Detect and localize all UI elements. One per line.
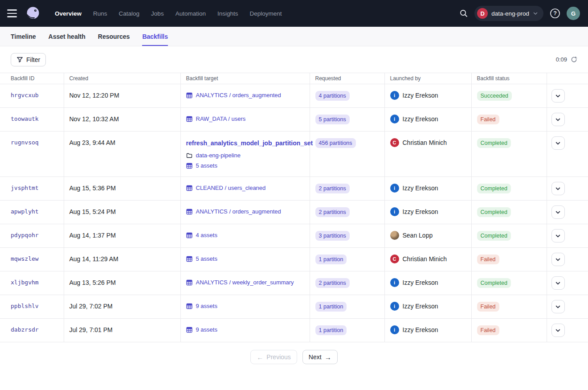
asset-table-icon: [186, 303, 192, 309]
target-link[interactable]: data-eng-pipeline: [196, 152, 241, 160]
row-actions-button[interactable]: [551, 253, 565, 266]
help-icon[interactable]: ?: [550, 8, 560, 19]
target-link[interactable]: 9 assets: [196, 326, 217, 334]
tab-backfills[interactable]: Backfills: [142, 27, 168, 46]
backfill-id-link[interactable]: hrgvcxub: [11, 92, 39, 99]
asset-table-icon: [186, 92, 192, 99]
previous-label: Previous: [266, 353, 290, 361]
backfill-id-link[interactable]: dabzrsdr: [11, 326, 39, 333]
nav-item-runs[interactable]: Runs: [88, 7, 112, 21]
created-timestamp: Aug 14, 1:37 PM: [69, 232, 116, 239]
chevron-down-icon: [555, 140, 561, 146]
nav-item-deployment[interactable]: Deployment: [245, 7, 286, 21]
row-actions-button[interactable]: [551, 324, 565, 337]
row-actions-button[interactable]: [551, 300, 565, 313]
backfill-status-badge: Failed: [477, 115, 499, 124]
tab-asset-health[interactable]: Asset health: [49, 27, 86, 46]
nav-item-catalog[interactable]: Catalog: [114, 7, 145, 21]
backfill-id-link[interactable]: apwplyht: [11, 208, 39, 215]
target-link[interactable]: 5 assets: [196, 255, 217, 263]
pagination: ← Previous Next →: [0, 350, 588, 364]
chevron-down-icon: [555, 93, 561, 99]
nav-item-jobs[interactable]: Jobs: [146, 7, 169, 21]
target-link[interactable]: ANALYTICS / weekly_order_summary: [196, 279, 294, 287]
row-actions-button[interactable]: [551, 113, 565, 126]
row-actions-button[interactable]: [551, 182, 565, 195]
folder-icon: [186, 152, 192, 159]
tab-timeline[interactable]: Timeline: [11, 27, 36, 46]
created-timestamp: Nov 12, 10:32 AM: [69, 115, 119, 123]
refresh-countdown: 0:09: [556, 56, 567, 63]
target-link[interactable]: RAW_DATA / users: [196, 115, 246, 123]
backfill-id-link[interactable]: pdypqohr: [11, 232, 39, 238]
chevron-down-icon: [555, 186, 561, 192]
filter-button[interactable]: Filter: [11, 53, 46, 66]
deployment-switcher[interactable]: D data-eng-prod: [474, 6, 543, 21]
backfill-status-badge: Completed: [477, 231, 511, 241]
backfill-status-badge: Completed: [477, 278, 511, 288]
launched-by-name: Izzy Erekson: [403, 325, 438, 334]
chevron-down-icon: [555, 280, 561, 286]
row-actions-button[interactable]: [551, 229, 565, 242]
next-label: Next: [309, 353, 322, 361]
target-link[interactable]: refresh_analytics_model_job_partition_se…: [186, 139, 313, 148]
backfill-id-link[interactable]: rugnvsoq: [11, 139, 39, 146]
target-link[interactable]: ANALYTICS / orders_augmented: [196, 208, 281, 216]
backfill-target-cell: ANALYTICS / weekly_order_summary: [180, 271, 310, 295]
svg-text:?: ?: [553, 10, 557, 16]
asset-table-icon: [186, 256, 192, 262]
launched-by-avatar: i: [390, 184, 399, 193]
launched-by-avatar: i: [390, 278, 399, 287]
backfill-id-link[interactable]: xljbgvhm: [11, 279, 39, 286]
nav-item-overview[interactable]: Overview: [50, 7, 86, 21]
backfill-id-link[interactable]: jvsphtmt: [11, 185, 39, 191]
row-actions-button[interactable]: [551, 136, 565, 150]
launched-by-avatar: C: [390, 138, 399, 147]
dagster-octopus-icon: [24, 5, 41, 22]
created-timestamp: Jul 29, 7:02 PM: [69, 303, 113, 310]
backfill-id-link[interactable]: toowautk: [11, 115, 39, 122]
chevron-down-icon: [555, 257, 561, 263]
nav-item-automation[interactable]: Automation: [171, 7, 211, 21]
chevron-down-icon: [555, 209, 561, 215]
chevron-down-icon: [555, 117, 561, 123]
search-icon[interactable]: [459, 9, 468, 18]
target-link[interactable]: ANALYTICS / orders_augmented: [196, 91, 281, 99]
table-row: xljbgvhm Aug 13, 5:26 PM ANALYTICS / wee…: [0, 271, 588, 295]
target-link[interactable]: CLEANED / users_cleaned: [196, 184, 266, 192]
requested-badge: 2 partitions: [315, 207, 350, 217]
launched-by-avatar: [390, 231, 399, 240]
menu-hamburger-icon[interactable]: [7, 7, 20, 20]
table-row: pdypqohr Aug 14, 1:37 PM 4 assets 3 part…: [0, 224, 588, 248]
table-row: toowautk Nov 12, 10:32 AM RAW_DATA / use…: [0, 108, 588, 131]
target-link[interactable]: 9 assets: [196, 302, 217, 310]
refresh-icon[interactable]: [571, 56, 577, 63]
backfill-id-link[interactable]: mqwszlew: [11, 255, 39, 262]
row-actions-button[interactable]: [551, 276, 565, 290]
row-actions-button[interactable]: [551, 205, 565, 219]
next-page-button[interactable]: Next →: [302, 350, 338, 364]
requested-badge: 3 partitions: [315, 231, 350, 241]
table-row: apwplyht Aug 15, 5:24 PM ANALYTICS / ord…: [0, 201, 588, 224]
backfill-id-link[interactable]: ppblshlv: [11, 303, 39, 309]
previous-page-button[interactable]: ← Previous: [250, 350, 297, 364]
launched-by-avatar: i: [390, 115, 399, 123]
target-link[interactable]: 4 assets: [196, 231, 217, 239]
target-link[interactable]: 5 assets: [196, 162, 217, 170]
chevron-down-icon: [555, 304, 561, 310]
backfill-target-cell: 4 assets: [180, 224, 310, 248]
asset-table-icon: [186, 185, 192, 191]
launched-by-name: Izzy Erekson: [403, 278, 438, 287]
dagster-logo[interactable]: [23, 4, 43, 23]
launched-by-avatar: C: [390, 255, 399, 263]
deployment-name: data-eng-prod: [491, 10, 529, 17]
asset-table-icon: [186, 279, 192, 286]
tab-resources[interactable]: Resources: [98, 27, 130, 46]
row-actions-button[interactable]: [551, 89, 565, 103]
refresh-cluster: 0:09: [556, 56, 577, 63]
backfill-status-badge: Failed: [477, 302, 499, 312]
backfill-target-cell: ANALYTICS / orders_augmented: [180, 84, 310, 108]
nav-item-insights[interactable]: Insights: [212, 7, 243, 21]
launched-by-avatar: i: [390, 325, 399, 334]
user-avatar[interactable]: G: [567, 7, 580, 20]
